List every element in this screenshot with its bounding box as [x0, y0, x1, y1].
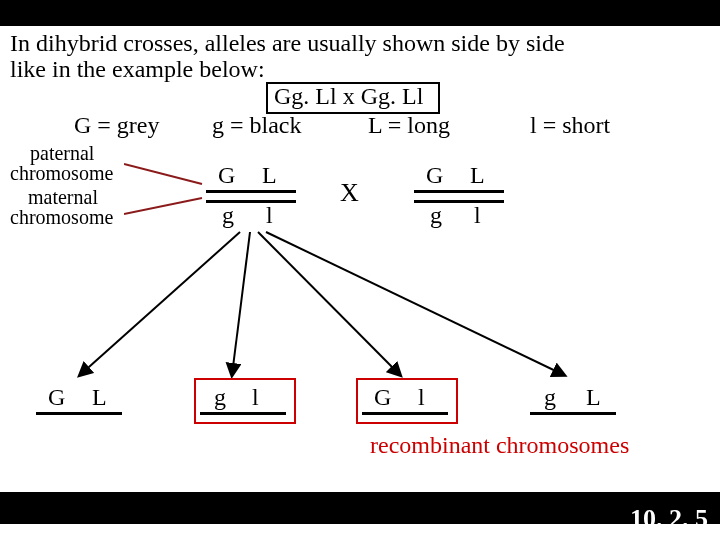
gamete1-a2: L: [92, 384, 107, 411]
legend-l: l = short: [530, 112, 610, 139]
cross-genotype: Gg. Ll x Gg. Ll: [274, 83, 423, 110]
p1-bot-bar: [206, 200, 296, 203]
p2-bot-bar: [414, 200, 504, 203]
p2-top-bar: [414, 190, 504, 193]
p1-bot-allele1: g: [222, 202, 234, 229]
legend-G: G = grey: [74, 112, 160, 139]
paternal-label-2: chromosome: [10, 162, 113, 185]
p1-top-bar: [206, 190, 296, 193]
cross-x: X: [340, 178, 359, 208]
p2-bot-allele2: l: [474, 202, 481, 229]
gamete4-a2: L: [586, 384, 601, 411]
intro-line1: In dihybrid crosses, alleles are usually…: [10, 30, 565, 57]
slide-number: 10. 2. 5: [630, 504, 708, 534]
legend-L: L = long: [368, 112, 450, 139]
svg-line-2: [80, 232, 240, 375]
gamete4-a1: g: [544, 384, 556, 411]
p2-top-allele1: G: [426, 162, 443, 189]
top-bar: [0, 0, 720, 26]
gamete1-bar: [36, 412, 122, 415]
p2-bot-allele1: g: [430, 202, 442, 229]
gamete3-recombinant-box: [356, 378, 458, 424]
p1-bot-allele2: l: [266, 202, 273, 229]
p1-top-allele2: L: [262, 162, 277, 189]
recombinant-caption: recombinant chromosomes: [370, 432, 629, 459]
svg-line-1: [124, 198, 202, 214]
bottom-bar: [0, 492, 720, 524]
p2-top-allele2: L: [470, 162, 485, 189]
svg-line-3: [232, 232, 250, 375]
svg-line-0: [124, 164, 202, 184]
legend-g: g = black: [212, 112, 302, 139]
svg-line-4: [258, 232, 400, 375]
gamete2-recombinant-box: [194, 378, 296, 424]
brace-lines: [124, 154, 204, 228]
intro-line2: like in the example below:: [10, 56, 265, 83]
svg-line-5: [266, 232, 564, 375]
maternal-label-2: chromosome: [10, 206, 113, 229]
p1-top-allele1: G: [218, 162, 235, 189]
gamete1-a1: G: [48, 384, 65, 411]
gamete4-bar: [530, 412, 616, 415]
